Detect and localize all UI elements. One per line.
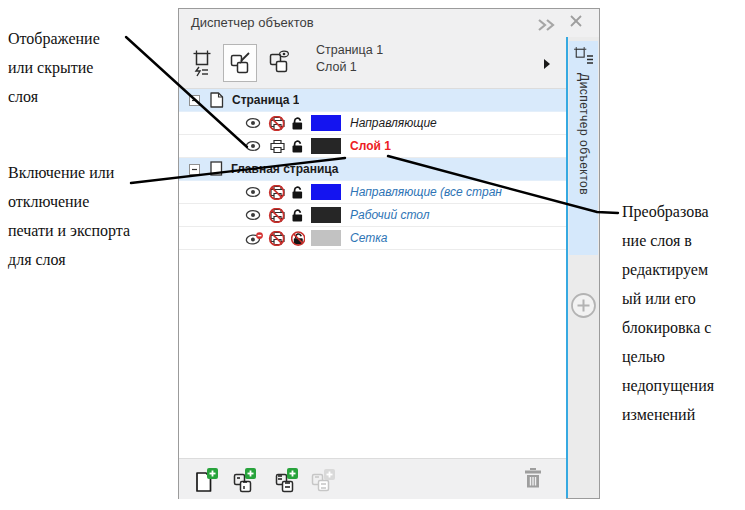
context-page-label: Страница 1	[316, 42, 383, 59]
callout-print-export: Включение или отключение печати и экспор…	[8, 158, 130, 274]
show-pages-layers-icon[interactable]	[267, 50, 291, 78]
callout-line: Отображение	[8, 24, 100, 53]
eye-icon[interactable]	[245, 140, 264, 152]
callout-line: слоя	[8, 82, 100, 111]
collapse-docker-icon[interactable]	[537, 17, 559, 35]
figure: Отображение или скрытие слоя Включение и…	[0, 0, 745, 510]
edit-across-layers-icon	[228, 51, 252, 75]
printer-icon[interactable]	[268, 139, 286, 154]
layer-color-swatch[interactable]	[311, 184, 341, 200]
lock-open-icon[interactable]	[291, 208, 305, 222]
callout-show-hide-layer: Отображение или скрытие слоя	[8, 24, 100, 111]
tab-object-manager[interactable]: Диспетчер объектов	[569, 41, 598, 255]
layer-row[interactable]: Направляющие	[179, 112, 566, 135]
page-name[interactable]: Страница 1	[232, 93, 299, 107]
layer-name[interactable]: Рабочий стол	[350, 208, 430, 222]
layer-name[interactable]: Сетка	[350, 231, 388, 245]
callout-line: отключение	[8, 187, 130, 216]
lock-disabled-icon[interactable]	[291, 231, 305, 246]
edit-across-layers-button[interactable]	[223, 44, 257, 82]
tab-label: Диспетчер объектов	[577, 73, 591, 195]
callout-line: или скрытие	[8, 53, 100, 82]
master-page-row[interactable]: Главная страница	[179, 158, 566, 181]
callout-lock-layer: Преобразова ние слоя в редактируем ый ил…	[622, 197, 742, 429]
layer-color-swatch[interactable]	[311, 138, 341, 154]
callout-line: печати и экспорта	[8, 216, 130, 245]
master-page-icon	[210, 161, 223, 177]
lock-open-icon[interactable]	[291, 139, 305, 153]
docker-header: Диспетчер объектов	[179, 9, 599, 37]
docker-tab-strip: Диспетчер объектов	[568, 37, 599, 498]
eye-icon[interactable]	[245, 117, 264, 129]
new-master-layer-all-pages-button[interactable]	[273, 467, 301, 498]
object-manager-icon	[573, 46, 594, 71]
page-icon	[210, 92, 224, 108]
context-indicator: Страница 1 Слой 1	[316, 42, 383, 76]
layers-tree: Страница 1 Направляющие	[179, 89, 566, 458]
printer-disabled-icon[interactable]	[268, 231, 286, 246]
docker-bottom-toolbar	[179, 458, 566, 499]
printer-disabled-icon[interactable]	[268, 185, 286, 200]
callout-line: Преобразова	[622, 197, 742, 226]
page-row[interactable]: Страница 1	[179, 89, 566, 112]
eye-icon[interactable]	[245, 209, 264, 221]
close-icon[interactable]	[569, 14, 585, 30]
callout-line: блокировка с	[622, 313, 742, 342]
page-name[interactable]: Главная страница	[231, 162, 339, 176]
callout-line: для слоя	[8, 245, 130, 274]
callout-line: ый или его	[622, 284, 742, 313]
context-layer-label: Слой 1	[316, 59, 383, 76]
layer-color-swatch[interactable]	[311, 230, 341, 246]
layer-name[interactable]: Направляющие	[350, 116, 437, 130]
eye-disabled-icon[interactable]	[245, 232, 264, 245]
collapse-node-icon[interactable]	[189, 95, 200, 106]
layer-name[interactable]: Слой 1	[350, 139, 391, 153]
layer-row[interactable]: Рабочий стол	[179, 204, 566, 227]
callout-line: ние слоя в	[622, 226, 742, 255]
quick-customize-plus-icon[interactable]	[570, 292, 597, 323]
delete-trash-button[interactable]	[523, 466, 543, 494]
show-object-properties-icon[interactable]	[191, 50, 213, 81]
callout-line: изменений	[622, 400, 742, 429]
lock-open-icon[interactable]	[291, 185, 305, 199]
layer-row[interactable]: Сетка	[179, 227, 566, 250]
layer-row-active[interactable]: Слой 1	[179, 135, 566, 158]
lock-open-icon[interactable]	[291, 116, 305, 130]
new-page-button[interactable]	[194, 467, 221, 498]
callout-line: целью	[622, 342, 742, 371]
collapse-node-icon[interactable]	[189, 164, 200, 175]
docker-toolbar: Страница 1 Слой 1	[179, 37, 566, 89]
printer-disabled-icon[interactable]	[268, 116, 286, 131]
layer-color-swatch[interactable]	[311, 115, 341, 131]
layer-name[interactable]: Направляющие (все стран	[350, 185, 502, 199]
callout-line: Включение или	[8, 158, 130, 187]
layer-row[interactable]: Направляющие (все стран	[179, 181, 566, 204]
layer-color-swatch[interactable]	[311, 207, 341, 223]
new-master-layer-button-disabled	[309, 467, 337, 498]
docker-title: Диспетчер объектов	[191, 15, 314, 30]
object-manager-docker: Диспетчер объектов	[178, 8, 600, 499]
printer-disabled-icon[interactable]	[268, 208, 286, 223]
new-layer-button[interactable]	[231, 467, 259, 498]
eye-icon[interactable]	[245, 186, 264, 198]
callout-line: редактируем	[622, 255, 742, 284]
flyout-arrow-icon[interactable]	[543, 56, 551, 74]
callout-line: недопущения	[622, 371, 742, 400]
